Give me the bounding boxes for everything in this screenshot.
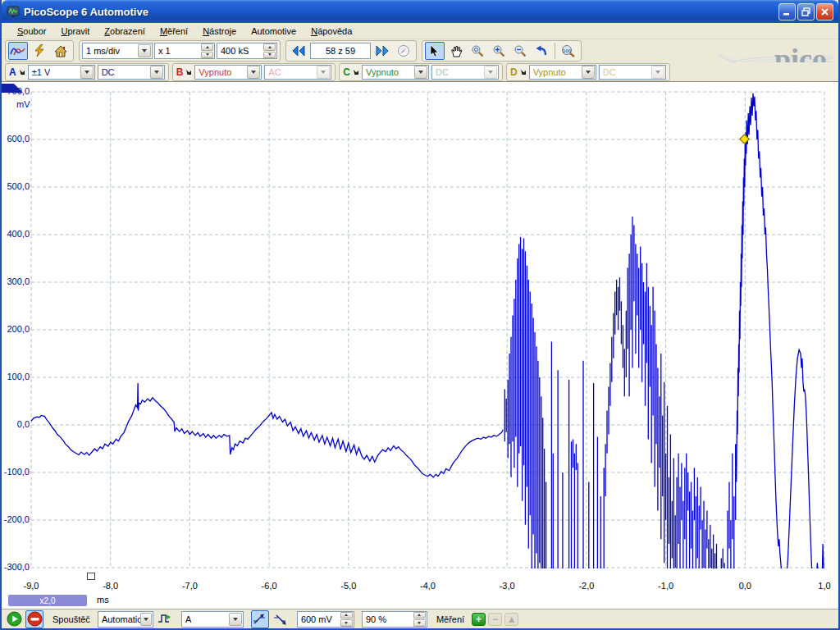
- channel-b-range-select[interactable]: Vypnuto: [194, 65, 262, 80]
- spin-down-icon[interactable]: [340, 619, 353, 627]
- spin-up-icon[interactable]: [413, 612, 426, 619]
- chevron-down-icon[interactable]: [138, 44, 151, 57]
- chevron-down-icon[interactable]: [80, 66, 94, 79]
- channel-options-arrow-icon[interactable]: [353, 69, 359, 75]
- channel-options-arrow-icon[interactable]: [520, 69, 527, 75]
- zoom-multiplier-spinner[interactable]: x 1: [154, 43, 215, 59]
- menu-napoveda[interactable]: Nápověda: [304, 25, 359, 38]
- channel-c-label[interactable]: C: [343, 66, 350, 78]
- zoom-window-icon: [471, 44, 484, 57]
- undo-zoom-button[interactable]: [532, 42, 551, 60]
- undo-arrow-icon: [535, 45, 548, 57]
- x-axis-tick-label: -7,0: [169, 581, 210, 591]
- buffer-navigator-button[interactable]: [394, 42, 413, 60]
- home-button[interactable]: [51, 42, 71, 60]
- menu-automotive[interactable]: Automotive: [244, 25, 304, 38]
- stop-icon: [27, 611, 43, 627]
- channel-a-label[interactable]: A: [9, 66, 16, 78]
- spin-down-icon[interactable]: [413, 619, 426, 627]
- menu-mereni[interactable]: Měření: [153, 25, 195, 38]
- prev-buffer-button[interactable]: [289, 42, 308, 60]
- y-axis-unit-label: mV: [16, 99, 30, 109]
- scope-view-button[interactable]: [8, 42, 28, 60]
- stop-capture-button[interactable]: [25, 610, 43, 628]
- x-axis-tick-label: -9,0: [11, 581, 52, 591]
- y-axis-tick-label: -100,0: [2, 467, 30, 477]
- channel-d-range-select[interactable]: Vypnuto: [529, 65, 596, 80]
- spin-down-icon[interactable]: [201, 52, 213, 59]
- channel-options-arrow-icon[interactable]: [19, 69, 25, 75]
- app-window: PicoScope 6 Automotive Soubor Upravit Zo…: [0, 0, 840, 630]
- x-axis-tick-label: 0,0: [724, 581, 765, 591]
- zoom-out-tool-button[interactable]: [510, 42, 530, 60]
- menu-nastroje[interactable]: Nástroje: [195, 25, 244, 38]
- chevron-down-icon[interactable]: [150, 66, 163, 79]
- remove-measurement-button: −: [488, 613, 502, 626]
- x-axis-tick-label: -3,0: [486, 581, 527, 591]
- close-button[interactable]: [816, 3, 833, 21]
- channel-b-group: B Vypnuto AC: [172, 63, 336, 81]
- falling-edge-button[interactable]: [272, 610, 290, 628]
- start-capture-button[interactable]: [5, 610, 23, 628]
- minimize-button[interactable]: [778, 3, 796, 21]
- title-bar: PicoScope 6 Automotive: [2, 0, 838, 23]
- pan-tool-button[interactable]: [446, 42, 466, 60]
- channel-a-coupling-select[interactable]: DC: [98, 65, 165, 80]
- channel-c-group: C Vypnuto DC: [339, 63, 503, 81]
- zoom-selection-tool-button[interactable]: [468, 42, 487, 60]
- spin-up-icon[interactable]: [201, 43, 213, 51]
- chevron-down-icon[interactable]: [229, 613, 242, 626]
- channel-c-range-select[interactable]: Vypnuto: [362, 65, 429, 80]
- pretrigger-spinner[interactable]: 90 %: [362, 611, 427, 628]
- scope-waves-icon: [10, 45, 26, 57]
- scope-chart-panel: 700,0600,0500,0400,0300,0200,0100,00,0-1…: [2, 82, 838, 609]
- zoom-100-button[interactable]: 100: [559, 42, 578, 60]
- spin-up-icon[interactable]: [263, 43, 276, 51]
- menu-upravit[interactable]: Upravit: [53, 25, 97, 38]
- x-axis-offset-handle[interactable]: [87, 573, 95, 580]
- restore-button[interactable]: [797, 3, 815, 21]
- channel-a-axis-marker[interactable]: [2, 82, 25, 95]
- trigger-bar: Spouštěč Automatick A 600 mV 90 % Měření…: [2, 609, 838, 628]
- x-axis-tick-label: -5,0: [328, 581, 369, 591]
- channel-options-arrow-icon[interactable]: [185, 69, 192, 75]
- menu-soubor[interactable]: Soubor: [10, 25, 53, 38]
- advanced-trigger-button[interactable]: [156, 610, 174, 628]
- edit-measurement-button: ▲: [504, 613, 518, 626]
- rising-edge-button[interactable]: [251, 610, 269, 628]
- y-axis-tick-label: 100,0: [2, 372, 30, 381]
- chevron-down-icon[interactable]: [140, 613, 152, 626]
- channel-b-label[interactable]: B: [176, 66, 184, 78]
- zoom-in-tool-button[interactable]: [489, 42, 509, 60]
- y-axis-tick-label: 200,0: [2, 324, 30, 334]
- menu-zobrazeni[interactable]: Zobrazení: [97, 25, 153, 38]
- timebase-select[interactable]: 1 ms/div: [82, 43, 153, 59]
- window-title: PicoScope 6 Automotive: [24, 6, 148, 18]
- buffer-position-field[interactable]: 58 z 59: [310, 43, 371, 59]
- spin-up-icon[interactable]: [340, 612, 353, 619]
- trigger-level-spinner[interactable]: 600 mV: [297, 611, 354, 628]
- waveform-plot[interactable]: [2, 82, 838, 609]
- channel-a-range-select[interactable]: ±1 V: [28, 65, 95, 80]
- next-buffer-button[interactable]: [372, 42, 392, 60]
- menu-bar: Soubor Upravit Zobrazení Měření Nástroje…: [2, 23, 838, 39]
- sample-count-spinner[interactable]: 400 kS: [217, 43, 277, 59]
- channel-d-label[interactable]: D: [510, 66, 518, 78]
- add-measurement-button[interactable]: +: [472, 613, 486, 626]
- x-axis-unit-label: ms: [97, 595, 109, 605]
- channel-d-coupling-select: DC: [599, 65, 666, 80]
- trigger-source-select[interactable]: A: [181, 611, 244, 628]
- trigger-mode-select[interactable]: Automatick: [98, 611, 153, 628]
- chevron-down-icon: [317, 66, 330, 79]
- pointer-tool-button[interactable]: [425, 42, 445, 60]
- chevron-down-icon[interactable]: [582, 66, 595, 79]
- chevron-down-icon: [484, 66, 497, 79]
- chevron-down-icon[interactable]: [414, 66, 427, 79]
- toolbar-separator: [555, 43, 555, 59]
- x-axis-tick-label: -6,0: [249, 581, 290, 591]
- chevron-down-icon: [651, 66, 664, 79]
- zoom-factor-badge[interactable]: x2,0: [8, 595, 87, 606]
- connect-device-button[interactable]: [30, 42, 49, 60]
- spin-down-icon[interactable]: [263, 52, 276, 59]
- chevron-down-icon[interactable]: [247, 66, 260, 79]
